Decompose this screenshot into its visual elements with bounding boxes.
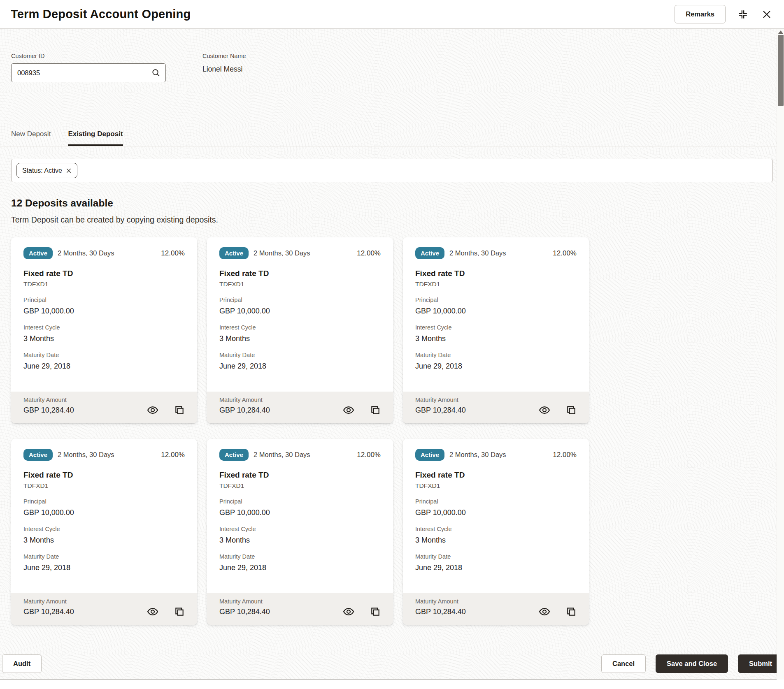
view-deposit-icon[interactable] xyxy=(147,605,159,618)
vertical-scrollbar[interactable] xyxy=(777,29,784,680)
deposit-card-header: Active 2 Months, 30 Days 12.00% xyxy=(415,449,577,461)
product-code: TDFXD1 xyxy=(23,482,185,489)
maturity-amount-label: Maturity Amount xyxy=(415,397,466,403)
interest-cycle-label: Interest Cycle xyxy=(415,324,577,331)
principal-value: GBP 10,000.00 xyxy=(219,307,381,316)
copy-deposit-icon[interactable] xyxy=(173,605,186,618)
header-actions: Remarks xyxy=(675,5,773,23)
scroll-up-icon[interactable] xyxy=(778,30,783,34)
deposit-card-footer: Maturity Amount GBP 10,284.40 xyxy=(403,392,589,423)
copy-deposit-icon[interactable] xyxy=(565,404,577,416)
term-deposit-account-opening-window: Term Deposit Account Opening Remarks Cus… xyxy=(0,0,784,689)
product-code: TDFXD1 xyxy=(219,482,381,489)
view-deposit-icon[interactable] xyxy=(342,404,355,416)
principal-value: GBP 10,000.00 xyxy=(23,307,185,316)
window-header: Term Deposit Account Opening Remarks xyxy=(0,0,784,29)
deposits-subtitle: Term Deposit can be created by copying e… xyxy=(11,215,773,225)
customer-section: Customer ID Customer Name Lionel Messi xyxy=(11,53,773,82)
status-badge: Active xyxy=(415,449,444,461)
close-icon[interactable] xyxy=(760,8,773,21)
interest-cycle-value: 3 Months xyxy=(219,334,381,343)
interest-rate: 12.00% xyxy=(553,249,577,258)
view-deposit-icon[interactable] xyxy=(538,404,551,416)
principal-label: Principal xyxy=(415,498,577,505)
copy-deposit-icon[interactable] xyxy=(565,605,577,618)
scrollbar-thumb[interactable] xyxy=(778,35,784,106)
maturity-amount-value: GBP 10,284.40 xyxy=(23,608,74,616)
deposit-card[interactable]: Active 2 Months, 30 Days 12.00% Fixed ra… xyxy=(11,439,197,625)
status-badge: Active xyxy=(23,247,53,259)
tab-new-deposit[interactable]: New Deposit xyxy=(11,130,51,146)
copy-deposit-icon[interactable] xyxy=(369,404,382,416)
maturity-date-label: Maturity Date xyxy=(23,352,185,358)
deposits-count-heading: 12 Deposits available xyxy=(11,197,773,209)
principal-value: GBP 10,000.00 xyxy=(415,307,577,316)
maturity-date-label: Maturity Date xyxy=(415,553,577,560)
deposit-card-footer: Maturity Amount GBP 10,284.40 xyxy=(11,392,197,423)
maturity-date-label: Maturity Date xyxy=(219,352,381,358)
deposit-term: 2 Months, 30 Days xyxy=(58,249,114,257)
interest-cycle-value: 3 Months xyxy=(415,536,577,545)
principal-value: GBP 10,000.00 xyxy=(23,508,185,517)
chip-remove-icon[interactable] xyxy=(66,168,72,174)
product-name: Fixed rate TD xyxy=(415,269,577,278)
customer-id-label: Customer ID xyxy=(11,53,166,59)
maturity-date-value: June 29, 2018 xyxy=(23,362,185,371)
maturity-amount-value: GBP 10,284.40 xyxy=(415,608,466,616)
deposit-card-header: Active 2 Months, 30 Days 12.00% xyxy=(219,247,381,259)
interest-cycle-label: Interest Cycle xyxy=(23,324,185,331)
view-deposit-icon[interactable] xyxy=(342,605,355,618)
product-name: Fixed rate TD xyxy=(23,471,185,480)
product-name: Fixed rate TD xyxy=(415,471,577,480)
deposit-card[interactable]: Active 2 Months, 30 Days 12.00% Fixed ra… xyxy=(403,237,589,423)
customer-name-label: Customer Name xyxy=(202,53,246,59)
product-code: TDFXD1 xyxy=(23,281,185,288)
search-icon[interactable] xyxy=(151,68,161,79)
copy-deposit-icon[interactable] xyxy=(369,605,382,618)
deposit-card-footer: Maturity Amount GBP 10,284.40 xyxy=(207,392,393,423)
deposit-card[interactable]: Active 2 Months, 30 Days 12.00% Fixed ra… xyxy=(403,439,589,625)
deposit-term: 2 Months, 30 Days xyxy=(449,249,506,257)
interest-cycle-label: Interest Cycle xyxy=(219,526,381,532)
principal-label: Principal xyxy=(415,297,577,303)
deposit-term: 2 Months, 30 Days xyxy=(254,451,310,459)
deposit-card-header: Active 2 Months, 30 Days 12.00% xyxy=(415,247,577,259)
status-badge: Active xyxy=(23,449,53,461)
product-code: TDFXD1 xyxy=(219,281,381,288)
filter-chip-status-active[interactable]: Status: Active xyxy=(16,163,77,178)
product-name: Fixed rate TD xyxy=(23,269,185,278)
status-badge: Active xyxy=(219,449,249,461)
deposit-card-header: Active 2 Months, 30 Days 12.00% xyxy=(23,247,185,259)
principal-label: Principal xyxy=(219,297,381,303)
interest-cycle-value: 3 Months xyxy=(415,334,577,343)
deposit-card-footer: Maturity Amount GBP 10,284.40 xyxy=(11,593,197,625)
principal-value: GBP 10,000.00 xyxy=(219,508,381,517)
deposit-card[interactable]: Active 2 Months, 30 Days 12.00% Fixed ra… xyxy=(11,237,197,423)
remarks-button[interactable]: Remarks xyxy=(675,5,726,23)
maturity-date-value: June 29, 2018 xyxy=(415,564,577,572)
deposit-card-grid: Active 2 Months, 30 Days 12.00% Fixed ra… xyxy=(11,237,773,625)
principal-label: Principal xyxy=(23,297,185,303)
maturity-date-value: June 29, 2018 xyxy=(219,564,381,572)
copy-deposit-icon[interactable] xyxy=(173,404,186,416)
view-deposit-icon[interactable] xyxy=(147,404,159,416)
collapse-icon[interactable] xyxy=(736,8,749,21)
customer-name-field: Customer Name Lionel Messi xyxy=(202,53,246,82)
view-deposit-icon[interactable] xyxy=(538,605,551,618)
interest-rate: 12.00% xyxy=(553,451,577,459)
filter-input[interactable]: Status: Active xyxy=(11,159,773,182)
deposit-card[interactable]: Active 2 Months, 30 Days 12.00% Fixed ra… xyxy=(207,237,393,423)
product-name: Fixed rate TD xyxy=(219,269,381,278)
interest-cycle-label: Interest Cycle xyxy=(415,526,577,532)
filter-chip-label: Status: Active xyxy=(22,167,62,174)
cancel-button[interactable]: Cancel xyxy=(601,654,646,673)
deposit-card-header: Active 2 Months, 30 Days 12.00% xyxy=(219,449,381,461)
principal-value: GBP 10,000.00 xyxy=(415,508,577,517)
audit-button[interactable]: Audit xyxy=(2,654,42,673)
deposit-term: 2 Months, 30 Days xyxy=(449,451,506,459)
customer-id-input[interactable] xyxy=(11,63,166,82)
save-and-close-button[interactable]: Save and Close xyxy=(656,654,728,673)
maturity-amount-value: GBP 10,284.40 xyxy=(415,406,466,415)
tab-existing-deposit[interactable]: Existing Deposit xyxy=(68,130,123,146)
deposit-card[interactable]: Active 2 Months, 30 Days 12.00% Fixed ra… xyxy=(207,439,393,625)
